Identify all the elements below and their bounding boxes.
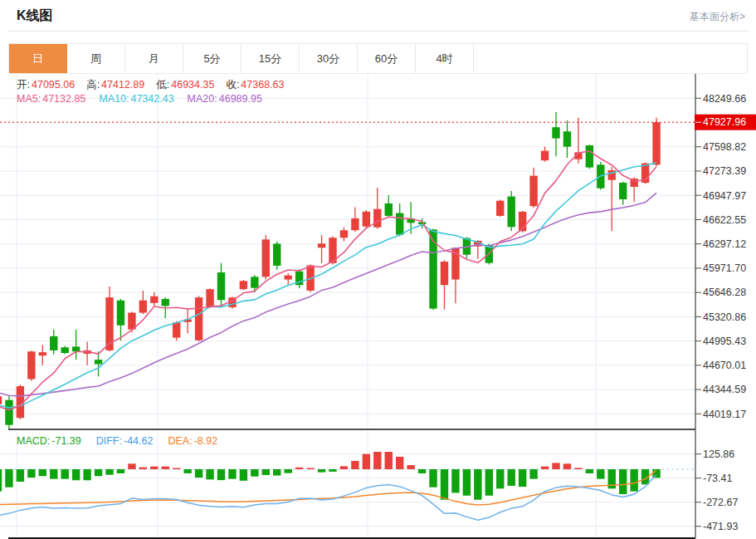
page-title: K线图 <box>17 7 53 25</box>
widget-header: K线图 基本面分析> <box>8 0 749 32</box>
ma-legend: MA5:47132.85MA10:47342.43MA20:46989.95 <box>17 93 262 105</box>
svg-text:-471.93: -471.93 <box>703 521 738 532</box>
svg-text:-272.67: -272.67 <box>703 497 738 508</box>
svg-text:46297.12: 46297.12 <box>703 238 746 250</box>
svg-text:44019.17: 44019.17 <box>703 409 746 420</box>
legend-item: MA5:47132.85 <box>17 93 85 105</box>
svg-text:45320.86: 45320.86 <box>703 311 746 323</box>
svg-text:45971.70: 45971.70 <box>703 262 746 274</box>
svg-text:44344.59: 44344.59 <box>703 384 746 395</box>
svg-text:125.86: 125.86 <box>703 448 734 460</box>
candles <box>0 112 661 429</box>
legend-item: MA10:47342.43 <box>99 93 173 105</box>
period-tab-bar: 日周月5分15分30分60分4时 <box>8 43 748 74</box>
legend-item: DIFF:-44.62 <box>96 435 154 447</box>
svg-text:47927.96: 47927.96 <box>703 116 746 128</box>
legend-item: 收:47368.63 <box>226 78 284 92</box>
legend-item: DEA:-8.92 <box>168 435 217 447</box>
kline-chart-canvas[interactable]: 48249.6647598.8247273.3946947.9746622.55… <box>0 73 756 539</box>
svg-text:44995.43: 44995.43 <box>703 336 746 347</box>
macd-legend: MACD:-71.39DIFF:-44.62DEA:-8.92 <box>17 435 217 447</box>
legend-item: 低:46934.35 <box>156 78 214 92</box>
tab-日[interactable]: 日 <box>9 44 67 73</box>
legend-item: MACD:-71.39 <box>17 435 81 447</box>
y-axis-labels: 48249.6647598.8247273.3946947.9746622.55… <box>695 93 746 532</box>
tab-60分[interactable]: 60分 <box>358 44 416 73</box>
tab-15分[interactable]: 15分 <box>241 44 300 73</box>
tab-周[interactable]: 周 <box>67 44 125 73</box>
ohlc-legend: 开:47095.06高:47412.89低:46934.35收:47368.63 <box>17 78 285 92</box>
macd-histogram <box>0 452 661 500</box>
last-price-badge: 47927.96 <box>695 115 756 130</box>
svg-text:45646.28: 45646.28 <box>703 287 746 298</box>
tab-30分[interactable]: 30分 <box>300 44 358 73</box>
svg-text:46622.55: 46622.55 <box>703 214 746 226</box>
svg-text:44670.01: 44670.01 <box>703 360 746 371</box>
legend-item: 高:47412.89 <box>86 78 144 92</box>
fundamental-analysis-link[interactable]: 基本面分析> <box>690 10 745 24</box>
svg-text:47598.82: 47598.82 <box>703 141 746 153</box>
svg-text:-73.41: -73.41 <box>703 473 732 484</box>
tab-月[interactable]: 月 <box>125 44 183 73</box>
legend-item: MA20:46989.95 <box>188 93 262 105</box>
tab-5分[interactable]: 5分 <box>183 44 241 73</box>
tab-4时[interactable]: 4时 <box>416 44 474 73</box>
legend-item: 开:47095.06 <box>17 78 75 92</box>
diff-line <box>0 475 656 521</box>
svg-text:48249.66: 48249.66 <box>703 93 746 105</box>
svg-text:47273.39: 47273.39 <box>703 165 746 177</box>
svg-text:46947.97: 46947.97 <box>703 190 746 202</box>
